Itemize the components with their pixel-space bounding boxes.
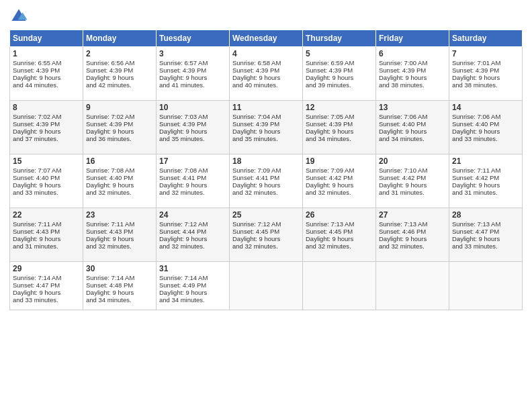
day-info: Daylight: 9 hours [86,128,153,135]
day-number: 19 [306,156,373,166]
day-number: 12 [306,103,373,112]
day-info: Sunset: 4:39 PM [159,66,226,74]
day-number: 30 [86,264,153,273]
day-info: Daylight: 9 hours [159,235,226,242]
day-info: Sunrise: 7:11 AM [86,220,153,228]
day-info: Sunset: 4:42 PM [379,174,446,181]
calendar-cell: 24Sunrise: 7:12 AMSunset: 4:44 PMDayligh… [157,208,230,262]
calendar-cell: 17Sunrise: 7:08 AMSunset: 4:41 PMDayligh… [157,154,230,208]
day-info: Daylight: 9 hours [13,181,80,189]
calendar-cell [376,262,449,310]
day-info: Daylight: 9 hours [232,128,300,135]
day-info: Daylight: 9 hours [232,235,300,242]
calendar-cell: 5Sunrise: 6:59 AMSunset: 4:39 PMDaylight… [303,47,376,101]
day-info: Sunrise: 7:04 AM [232,113,300,120]
calendar-cell [303,262,376,310]
day-info: Sunrise: 7:11 AM [452,167,519,174]
day-info: Sunrise: 6:56 AM [86,59,153,66]
day-info: and 34 minutes. [306,135,373,142]
day-info: Sunrise: 7:00 AM [379,59,446,66]
calendar-cell: 29Sunrise: 7:14 AMSunset: 4:47 PMDayligh… [10,262,83,310]
day-number: 23 [86,210,153,220]
day-info: Sunrise: 7:01 AM [452,59,519,66]
day-info: Sunset: 4:42 PM [306,174,373,181]
col-header-tuesday: Tuesday [157,30,230,47]
day-number: 24 [159,210,226,220]
day-info: and 32 minutes. [159,242,226,250]
day-info: Sunset: 4:39 PM [379,66,446,74]
day-number: 31 [159,264,226,273]
day-number: 22 [13,210,80,220]
day-info: Sunset: 4:46 PM [379,228,446,235]
day-number: 8 [13,103,80,112]
col-header-monday: Monday [83,30,157,47]
day-number: 11 [232,103,300,112]
day-info: Sunset: 4:40 PM [13,174,80,181]
day-info: and 38 minutes. [379,81,446,89]
day-info: Daylight: 9 hours [232,181,300,189]
header-row: SundayMondayTuesdayWednesdayThursdayFrid… [10,30,523,47]
day-number: 16 [86,156,153,166]
day-info: Daylight: 9 hours [13,74,80,81]
day-info: Sunrise: 7:09 AM [306,167,373,174]
day-info: Sunrise: 7:02 AM [86,113,153,120]
day-info: and 40 minutes. [232,81,300,89]
day-info: Sunset: 4:47 PM [452,228,519,235]
calendar-cell: 8Sunrise: 7:02 AMSunset: 4:39 PMDaylight… [10,101,83,154]
day-info: Sunrise: 6:58 AM [232,59,300,66]
calendar-cell [449,262,523,310]
page-container: SundayMondayTuesdayWednesdayThursdayFrid… [0,0,532,317]
day-info: Daylight: 9 hours [159,289,226,296]
day-info: Sunset: 4:40 PM [452,120,519,128]
calendar-cell: 3Sunrise: 6:57 AMSunset: 4:39 PMDaylight… [157,47,230,101]
day-info: Sunset: 4:44 PM [159,228,226,235]
day-info: Daylight: 9 hours [452,128,519,135]
day-info: Sunset: 4:39 PM [452,66,519,74]
day-info: Daylight: 9 hours [379,235,446,242]
day-info: and 33 minutes. [452,135,519,142]
day-info: Sunrise: 6:59 AM [306,59,373,66]
day-info: Daylight: 9 hours [159,74,226,81]
day-info: and 31 minutes. [13,242,80,250]
day-info: Sunrise: 7:02 AM [13,113,80,120]
day-info: Sunrise: 7:03 AM [159,113,226,120]
day-info: Sunset: 4:45 PM [306,228,373,235]
calendar-cell: 25Sunrise: 7:12 AMSunset: 4:45 PMDayligh… [230,208,303,262]
day-info: Sunrise: 7:13 AM [306,220,373,228]
calendar-cell [230,262,303,310]
calendar-cell: 28Sunrise: 7:13 AMSunset: 4:47 PMDayligh… [449,208,523,262]
calendar-table: SundayMondayTuesdayWednesdayThursdayFrid… [9,30,523,310]
day-info: Sunset: 4:39 PM [232,120,300,128]
day-number: 9 [86,103,153,112]
day-number: 17 [159,156,226,166]
day-info: Sunrise: 6:55 AM [13,59,80,66]
day-info: Daylight: 9 hours [379,128,446,135]
day-info: Sunrise: 7:09 AM [232,167,300,174]
day-info: Sunrise: 7:05 AM [306,113,373,120]
day-info: and 36 minutes. [86,135,153,142]
day-info: Sunset: 4:39 PM [159,120,226,128]
day-info: Daylight: 9 hours [86,289,153,296]
day-number: 6 [379,49,446,58]
day-info: Sunset: 4:48 PM [86,281,153,289]
day-info: and 34 minutes. [159,296,226,304]
day-number: 3 [159,49,226,58]
day-info: Sunset: 4:39 PM [232,66,300,74]
day-number: 25 [232,210,300,220]
day-info: Sunrise: 7:14 AM [13,274,80,281]
day-info: Daylight: 9 hours [306,74,373,81]
day-info: Sunset: 4:41 PM [232,174,300,181]
day-info: Sunrise: 7:07 AM [13,167,80,174]
day-info: Daylight: 9 hours [379,181,446,189]
day-info: and 33 minutes. [13,296,80,304]
calendar-cell: 14Sunrise: 7:06 AMSunset: 4:40 PMDayligh… [449,101,523,154]
col-header-sunday: Sunday [10,30,83,47]
day-info: and 44 minutes. [13,81,80,89]
day-number: 21 [452,156,519,166]
day-number: 26 [306,210,373,220]
calendar-cell: 6Sunrise: 7:00 AMSunset: 4:39 PMDaylight… [376,47,449,101]
day-info: Sunset: 4:49 PM [159,281,226,289]
day-number: 20 [379,156,446,166]
calendar-cell: 31Sunrise: 7:14 AMSunset: 4:49 PMDayligh… [157,262,230,310]
calendar-cell: 4Sunrise: 6:58 AMSunset: 4:39 PMDaylight… [230,47,303,101]
